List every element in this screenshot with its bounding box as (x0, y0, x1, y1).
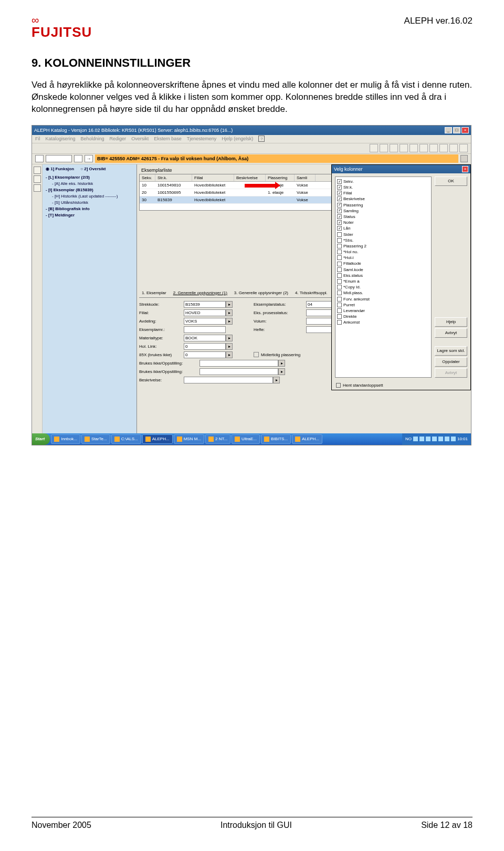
toolbar-icon[interactable] (459, 144, 468, 152)
ok-button[interactable]: OK (435, 177, 467, 186)
record-close-icon[interactable] (460, 155, 468, 162)
column-check-item[interactable]: *Hol no. (337, 249, 429, 255)
checkbox-icon[interactable] (337, 320, 342, 325)
tree-item[interactable]: - [L] Eksemplarer (2/3) (46, 174, 133, 181)
dropdown-icon[interactable]: ▸ (226, 301, 233, 308)
menu-beholdning[interactable]: Beholdning (81, 136, 104, 141)
toolbar-icon[interactable] (370, 144, 378, 152)
toolbar-icon[interactable] (410, 144, 418, 152)
menu-tjeneste[interactable]: Tjenestemeny (187, 136, 217, 141)
taskbar-item[interactable]: BIBITS... (261, 434, 291, 444)
column-check-item[interactable]: *Copy Id. (337, 284, 429, 290)
checkbox-icon[interactable] (337, 255, 342, 260)
checkbox-icon[interactable]: ✓ (337, 209, 342, 213)
checkbox-icon[interactable]: ✓ (337, 191, 342, 195)
hjelp-button[interactable]: Hjelp (435, 317, 467, 327)
form-input[interactable]: HOVED (184, 309, 226, 316)
checkbox-icon[interactable] (337, 238, 342, 243)
column-check-item[interactable]: Saml.kode (337, 267, 429, 273)
avbryt-button[interactable]: Avbryt (435, 328, 467, 338)
menu-rediger[interactable]: Rediger (110, 136, 127, 141)
column-check-item[interactable]: *Hol-i (337, 255, 429, 261)
checkbox-icon[interactable] (337, 232, 342, 237)
column-check-item[interactable]: ✓Sekv. (337, 179, 429, 184)
column-check-item[interactable]: Eks.status (337, 273, 429, 278)
form-input[interactable] (184, 377, 273, 383)
column-check-item[interactable]: ✓Plassering (337, 202, 429, 208)
checkbox-icon[interactable]: ✓ (337, 220, 342, 225)
col-header[interactable]: Filial (192, 174, 234, 181)
taskbar-item[interactable]: Innbok... (51, 434, 80, 444)
tab-tidsskrift[interactable]: 4. Tidsskriftsoppl. (292, 289, 330, 296)
taskbar-item[interactable]: ALEPH... (292, 434, 322, 444)
dropdown-icon[interactable]: ▸ (226, 351, 233, 358)
side-icon[interactable] (34, 167, 41, 174)
tab-generelle-2[interactable]: 3. Generelle opplysninger (2) (232, 289, 291, 296)
taskbar-item[interactable]: 2 NT... (205, 434, 230, 444)
form-input[interactable]: BOOK (184, 335, 226, 341)
dropdown-icon[interactable]: ▸ (278, 360, 285, 367)
checkbox-icon[interactable]: ✓ (337, 226, 342, 231)
start-button[interactable]: Start (32, 433, 50, 445)
column-check-item[interactable]: Direkte (337, 314, 429, 319)
checkbox-icon[interactable] (337, 273, 342, 278)
menu-fil[interactable]: Fil (35, 136, 40, 141)
column-check-item[interactable]: ✓Noter (337, 220, 429, 225)
tree-item[interactable]: - [B] Bibliografisk info (46, 206, 133, 212)
column-check-item[interactable]: Midl.plass. (337, 290, 429, 296)
form-input[interactable] (200, 368, 278, 375)
column-check-item[interactable]: ✓Filial (337, 190, 429, 196)
column-check-item[interactable]: Purret (337, 302, 429, 308)
column-check-item[interactable]: Forv. ankomst (337, 296, 429, 302)
dialog-close-icon[interactable]: × (462, 166, 468, 172)
form-input[interactable]: 0 (184, 343, 226, 350)
column-check-item[interactable]: Sider (337, 232, 429, 237)
toolbar-icon[interactable] (390, 144, 398, 152)
tab-eksemplar[interactable]: 1. Eksemplar (139, 289, 169, 296)
checkbox-icon[interactable]: ✓ (337, 179, 342, 184)
tree-item[interactable]: - [H] Historikk (Last updated --------) (46, 193, 133, 200)
column-check-item[interactable]: *Sbs. (337, 237, 429, 243)
avbryt-button-2[interactable]: Avbryt (435, 368, 467, 378)
checkbox-icon[interactable] (337, 308, 342, 313)
column-check-item[interactable]: *Enum a (337, 278, 429, 284)
dropdown-icon[interactable]: ▸ (278, 368, 285, 375)
dropdown-icon[interactable]: ▸ (226, 318, 233, 325)
tray-icon[interactable] (451, 437, 456, 441)
checkbox-icon[interactable] (337, 290, 342, 295)
col-header[interactable]: Str.k. (155, 174, 192, 181)
tree-item[interactable]: - [I] Eksemplar (B15839) (46, 187, 133, 193)
checkbox[interactable] (254, 352, 259, 357)
tray-icon[interactable] (426, 437, 430, 441)
default-checkbox[interactable] (336, 383, 341, 388)
checkbox-icon[interactable] (337, 314, 342, 319)
checkbox-icon[interactable]: ✓ (337, 196, 342, 201)
menu-katalogisering[interactable]: Katalogisering (46, 136, 76, 141)
menu-oversikt[interactable]: Oversikt (131, 136, 149, 141)
form-input[interactable]: VOKS (184, 318, 226, 325)
tree-item[interactable]: - [T] Meldinger (46, 212, 133, 219)
col-header[interactable]: Plassering (266, 174, 295, 181)
checkbox-icon[interactable]: ✓ (337, 214, 342, 219)
checkbox-icon[interactable]: ✓ (337, 203, 342, 207)
form-input[interactable] (200, 360, 278, 367)
toolbar-icon[interactable] (439, 144, 448, 152)
tab-generelle-1[interactable]: 2. Generelle opplysninger (1) (171, 289, 230, 296)
column-check-item[interactable]: Plassering 2 (337, 243, 429, 249)
taskbar-item[interactable]: C:\ALS... (111, 434, 141, 444)
checkbox-icon[interactable] (337, 303, 342, 307)
minimize-icon[interactable]: _ (445, 127, 452, 133)
checkbox-icon[interactable] (337, 285, 342, 289)
menu-hjelp[interactable]: Hjelp (engelsk) (222, 136, 253, 141)
tree-item[interactable]: - [S] Utlånshistorikk (46, 200, 133, 206)
checkbox-icon[interactable] (337, 279, 342, 284)
dropdown-icon[interactable]: ▸ (273, 377, 280, 383)
bar-box-icon[interactable] (74, 155, 82, 162)
tree-item[interactable]: - [A] Alle eks. historikk (46, 181, 133, 187)
lagre-std-button[interactable]: Lagre som std. (435, 346, 467, 356)
side-icon[interactable] (34, 175, 41, 183)
tray-icon[interactable] (419, 437, 424, 441)
maximize-icon[interactable]: □ (453, 127, 460, 133)
checkbox-icon[interactable] (337, 244, 342, 248)
taskbar-item[interactable]: StarTe... (81, 434, 110, 444)
